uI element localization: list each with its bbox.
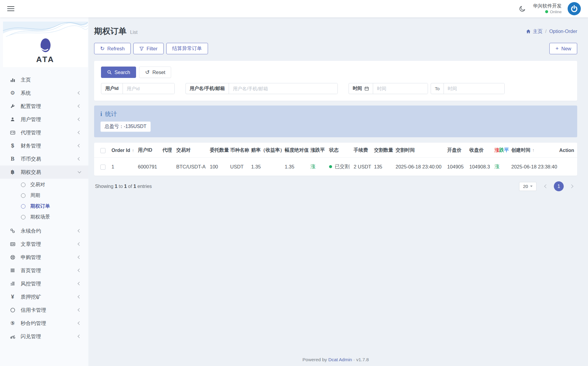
motorcycle-icon	[9, 334, 16, 339]
sidebar-item-flash-exchange[interactable]: 闪兑管理	[0, 330, 88, 343]
sidebar-item-spot-trade[interactable]: B 币币交易	[0, 152, 88, 165]
dark-mode-toggle[interactable]	[518, 4, 527, 13]
time-end-input[interactable]	[444, 83, 504, 94]
new-button[interactable]: + New	[549, 43, 577, 54]
sidebar-item-subscription[interactable]: 申购管理	[0, 251, 88, 264]
chevron-left-icon	[78, 157, 81, 160]
logo-waves-decoration	[3, 22, 88, 37]
sidebar-item-homepage[interactable]: 首页管理	[0, 264, 88, 277]
user-id-input[interactable]	[123, 83, 174, 94]
power-logo-icon	[570, 4, 579, 13]
header-open-price: 开盘价	[445, 143, 467, 158]
user-id-label: 用户Id	[101, 83, 123, 94]
logo-text: ATA	[36, 55, 55, 64]
cell-settle-amount: 135	[372, 158, 393, 176]
main-content: 期权订单 List 主页 / Option-Order ↻ Refresh Fi…	[88, 17, 588, 366]
dcat-admin-link[interactable]: Dcat Admin	[328, 357, 352, 362]
wrench-icon	[9, 104, 16, 109]
statistics-title: i 统计	[100, 110, 571, 118]
refresh-button[interactable]: ↻ Refresh	[94, 43, 131, 54]
status-dot-icon	[329, 165, 332, 168]
sidebar-item-staking[interactable]: ¥ 质押挖矿	[0, 290, 88, 303]
chevron-left-icon	[78, 242, 81, 245]
sidebar: ATA 主页 ⚙ 系统 配置管理	[0, 17, 88, 366]
select-all-checkbox[interactable]	[100, 148, 105, 153]
time-start-input[interactable]	[373, 83, 428, 94]
entries-summary: Showing 1 to 1 of 1 entries	[95, 184, 152, 189]
prev-page-button[interactable]	[541, 182, 550, 191]
sidebar-item-users[interactable]: 用户管理	[0, 113, 88, 126]
table-header-row: Order Id↑ 用户ID 代理 交易对 委托数量 币种名称 赔率（收益率） …	[94, 143, 577, 158]
yen-icon: ¥	[9, 294, 16, 299]
cell-amplitude: 1.35	[282, 158, 308, 176]
time-end-field-group: To	[431, 83, 505, 94]
header-odds: 赔率（收益率）	[249, 143, 282, 158]
current-page-button[interactable]: 1	[554, 181, 564, 191]
sidebar-item-system[interactable]: ⚙ 系统	[0, 86, 88, 100]
id-card-icon	[9, 130, 16, 135]
sidebar-item-finance[interactable]: $ 财务管理	[0, 139, 88, 152]
options-trade-submenu: 交易对 周期 期权订单 期权场景	[0, 179, 88, 224]
time-start-label: 时间	[349, 83, 373, 94]
cell-fee: 2 USDT	[351, 158, 372, 176]
cell-updown2: 涨	[492, 158, 509, 176]
breadcrumb-current[interactable]: Option-Order	[549, 29, 577, 34]
header-fee: 手续费	[351, 143, 372, 158]
cell-coin: USDT	[228, 158, 249, 176]
dollar-icon: $	[9, 143, 16, 148]
table-footer: Showing 1 to 1 of 1 entries 20 1	[94, 181, 577, 191]
sidebar-item-options-trade[interactable]: ฿ 期权交易	[0, 165, 88, 179]
circled-five-icon: ⑤	[9, 320, 16, 326]
user-name-input[interactable]	[229, 83, 337, 94]
user-info: 华兴软件开发 Online	[533, 3, 562, 14]
sidebar-subitem-option-scenes[interactable]: 期权场景	[0, 212, 88, 222]
info-icon: i	[100, 111, 102, 118]
time-start-field-group: 时间	[349, 83, 428, 94]
radio-circle-icon	[21, 193, 25, 198]
sidebar-subitem-trading-pairs[interactable]: 交易对	[0, 179, 88, 190]
header-amount: 委托数量	[207, 143, 228, 158]
chevron-left-icon	[78, 131, 81, 134]
hamburger-menu-icon[interactable]	[7, 6, 14, 11]
sidebar-subitem-periods[interactable]: 周期	[0, 190, 88, 201]
sidebar-item-agents[interactable]: 代理管理	[0, 126, 88, 139]
avatar[interactable]	[568, 2, 581, 15]
brand-logo[interactable]: ATA	[3, 22, 88, 67]
filter-button[interactable]: Filter	[133, 43, 164, 54]
header-order-id[interactable]: Order Id↑	[109, 143, 135, 158]
sidebar-item-home[interactable]: 主页	[0, 73, 88, 86]
sort-asc-icon[interactable]: ↑	[132, 148, 134, 153]
gear-icon: ⚙	[9, 90, 16, 96]
search-button[interactable]: Search	[101, 67, 136, 78]
breadcrumb-home-link[interactable]: 主页	[526, 28, 542, 35]
sidebar-item-second-contract[interactable]: ⑤ 秒合约管理	[0, 317, 88, 330]
sidebar-item-perpetual[interactable]: 永续合约	[0, 224, 88, 237]
life-ring-icon	[9, 255, 16, 260]
cell-action	[557, 158, 577, 176]
cell-amount: 100	[207, 158, 228, 176]
total-pnl-badge: 总盈亏：-135USDT	[100, 121, 151, 132]
reset-button[interactable]: ↺ Reset	[139, 67, 171, 78]
sidebar-item-articles[interactable]: 文章管理	[0, 237, 88, 251]
page-size-select[interactable]: 20	[519, 182, 536, 191]
cell-pair: BTC/USDT-A	[174, 158, 207, 176]
cell-open-price: 104905	[445, 158, 467, 176]
sidebar-subitem-option-orders[interactable]: 期权订单	[0, 201, 88, 212]
header-created-at[interactable]: 创建时间↑	[509, 143, 557, 158]
sidebar-item-credit-card[interactable]: 信用卡管理	[0, 303, 88, 317]
cell-odds: 1.35	[249, 158, 282, 176]
sidebar-item-config[interactable]: 配置管理	[0, 100, 88, 113]
chevron-left-icon	[78, 282, 81, 285]
settle-abnormal-orders-button[interactable]: 结算异常订单	[166, 43, 208, 54]
search-panel: Search ↺ Reset 用户Id 用户名/手机/邮箱	[94, 61, 577, 101]
sort-asc-icon[interactable]: ↑	[532, 147, 535, 153]
row-checkbox[interactable]	[100, 165, 105, 170]
align-justify-icon	[9, 268, 16, 273]
next-page-button[interactable]	[567, 182, 576, 191]
sidebar-item-risk-control[interactable]: 风控管理	[0, 277, 88, 290]
chevron-left-icon	[78, 229, 81, 232]
breadcrumb: 主页 / Option-Order	[526, 28, 577, 35]
caret-down-icon	[530, 186, 533, 187]
funnel-icon	[139, 46, 144, 51]
ata-logo-mark-icon	[39, 37, 52, 53]
